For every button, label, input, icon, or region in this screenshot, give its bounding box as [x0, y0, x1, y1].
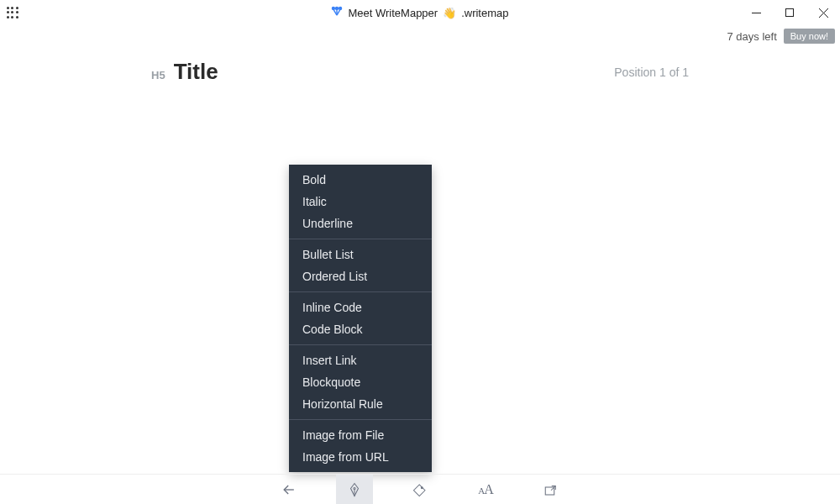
context-menu-group: Inline Code Code Block [289, 291, 432, 344]
trial-bar: 7 days left Buy now! [0, 25, 840, 47]
menu-item-italic[interactable]: Italic [289, 191, 432, 213]
menu-item-bullet-list[interactable]: Bullet List [289, 244, 432, 265]
buy-now-button[interactable]: Buy now! [784, 29, 835, 44]
window-title: Meet WriteMapper 👋 .writemap [0, 6, 840, 20]
app-logo-icon [331, 6, 343, 20]
app-name: Meet WriteMapper [348, 7, 438, 19]
menu-item-code-block[interactable]: Code Block [289, 318, 432, 340]
back-button[interactable] [270, 475, 307, 505]
document-title[interactable]: Title [174, 59, 218, 85]
svg-point-2 [339, 7, 342, 9]
svg-point-0 [333, 7, 335, 9]
window-controls [739, 0, 840, 25]
document-title-wrap: H5 Title [151, 59, 218, 85]
menu-item-image-from-url[interactable]: Image from URL [289, 446, 432, 468]
svg-rect-7 [786, 9, 794, 17]
trial-days-left: 7 days left [727, 30, 776, 43]
bottom-toolbar: AA [0, 474, 840, 504]
position-indicator: Position 1 of 1 [614, 66, 689, 79]
heading-level-label: H5 [151, 69, 165, 81]
context-menu-group: Image from File Image from URL [289, 419, 432, 472]
svg-line-3 [333, 9, 337, 15]
tag-icon [412, 482, 428, 497]
file-extension: .writemap [461, 7, 508, 19]
context-menu-group: Bullet List Ordered List [289, 239, 432, 291]
svg-point-1 [336, 7, 339, 9]
arrow-left-icon [281, 481, 297, 498]
menu-item-bold[interactable]: Bold [289, 169, 432, 191]
menu-item-blockquote[interactable]: Blockquote [289, 371, 432, 393]
share-icon [543, 482, 559, 497]
apps-grid-dots [7, 7, 18, 18]
maximize-button[interactable] [773, 0, 806, 25]
tag-button[interactable] [402, 475, 438, 505]
menu-item-inline-code[interactable]: Inline Code [289, 297, 432, 318]
svg-point-13 [421, 486, 423, 488]
context-menu-group: Insert Link Blockquote Horizontal Rule [289, 344, 432, 419]
file-icon: 👋 [443, 7, 456, 19]
context-menu-group: Bold Italic Underline [289, 165, 432, 239]
menu-item-horizontal-rule[interactable]: Horizontal Rule [289, 393, 432, 415]
document-header: H5 Title Position 1 of 1 [151, 59, 689, 85]
menu-item-insert-link[interactable]: Insert Link [289, 349, 432, 371]
svg-line-15 [551, 486, 555, 490]
apps-grid-icon[interactable] [0, 0, 25, 25]
svg-point-12 [354, 487, 355, 489]
menu-item-image-from-file[interactable]: Image from File [289, 424, 432, 446]
close-button[interactable] [806, 0, 840, 25]
svg-line-5 [337, 9, 340, 15]
text-style-button[interactable]: AA [467, 475, 504, 505]
minimize-button[interactable] [739, 0, 773, 25]
share-button[interactable] [533, 475, 570, 505]
title-bar: Meet WriteMapper 👋 .writemap [0, 0, 840, 25]
menu-item-underline[interactable]: Underline [289, 213, 432, 234]
pen-nib-icon [347, 482, 362, 497]
menu-item-ordered-list[interactable]: Ordered List [289, 265, 432, 287]
pen-tool-button[interactable] [336, 475, 373, 505]
format-context-menu: Bold Italic Underline Bullet List Ordere… [289, 165, 432, 472]
text-size-icon: AA [478, 482, 493, 497]
